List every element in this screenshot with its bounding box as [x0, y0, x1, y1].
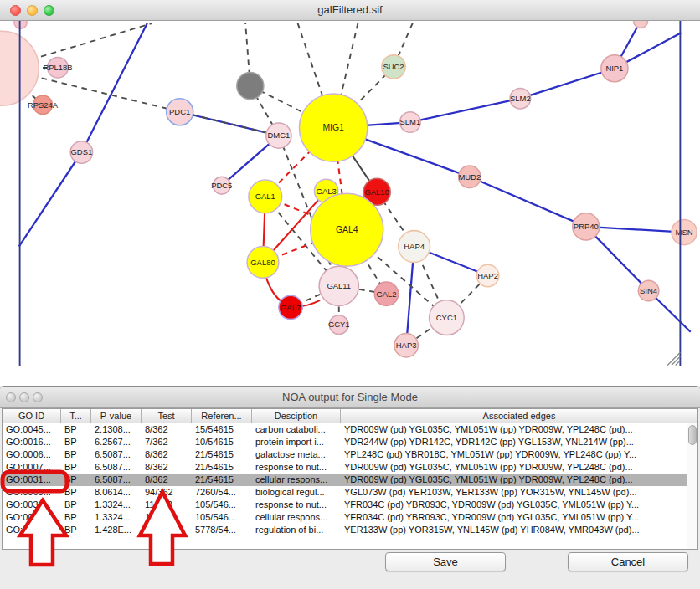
node-gcy1[interactable]	[329, 315, 348, 335]
node-hap2[interactable]	[476, 264, 498, 286]
cell: cellular respons...	[252, 474, 341, 486]
resize-grip[interactable]	[672, 356, 680, 365]
top-window-title: galFiltered.sif	[0, 3, 700, 16]
column-header-referen-[interactable]: Referen...	[192, 409, 252, 423]
cell: 15/54615	[192, 423, 252, 436]
node-hap3[interactable]	[394, 334, 418, 357]
bottom-window-titlebar[interactable]: NOA output for Single Mode	[0, 387, 700, 408]
column-header-t-[interactable]: T...	[61, 409, 91, 423]
table-row[interactable]: GO:0031...BP6.5087...8/36221/54615cellul…	[3, 474, 687, 486]
table-row[interactable]: GO:0045...BP2.1308...8/36215/54615carbon…	[3, 423, 687, 436]
cell: YPL248C (pd) YBR018C, YML051W (pp) YDR00…	[341, 448, 687, 461]
table-header-row: GO IDT...P-valueTestReferen...Desciption…	[3, 409, 697, 423]
node-suc2[interactable]	[382, 55, 405, 79]
cell: BP	[61, 499, 91, 511]
table-row[interactable]: GO:0031...BP1.3324...11/362105/546...cel…	[3, 511, 687, 524]
cell: 8.0614...	[91, 486, 142, 499]
cell: 6.2567...	[91, 436, 142, 448]
cell: 6.5087...	[91, 461, 142, 474]
cell: BP	[61, 486, 91, 499]
node-sin4[interactable]	[638, 280, 659, 301]
node-pdc5[interactable]	[213, 177, 230, 194]
cell: GO:0031...	[3, 499, 61, 511]
vertical-scrollbar[interactable]	[687, 423, 697, 549]
table-row[interactable]: GO:0016...BP6.2567...7/36210/54615protei…	[3, 436, 687, 448]
scrollbar-thumb[interactable]	[688, 425, 697, 445]
cell: BP	[61, 436, 91, 448]
cell: 1.3324...	[91, 511, 142, 524]
results-table: GO IDT...P-valueTestReferen...Desciption…	[2, 408, 698, 550]
cell: 105/546...	[192, 511, 252, 524]
node-tr[interactable]	[634, 21, 648, 28]
table-row[interactable]: GO:0031...BP1.3324...11/362105/546...res…	[3, 499, 687, 511]
cell: 21/54615	[192, 448, 252, 461]
cell: response to nut...	[252, 461, 341, 474]
cell: 8/362	[142, 448, 192, 461]
edge-blue	[410, 99, 520, 122]
network-canvas[interactable]: RPL18BRPS24AGDS1PDC1PDC5DMC1MIG1SUC2SLM1…	[0, 21, 700, 386]
cell: protein import i...	[252, 436, 341, 448]
cell: response to nut...	[252, 499, 341, 511]
node-cyc1[interactable]	[430, 300, 465, 335]
column-header-go-id[interactable]: GO ID	[3, 409, 61, 423]
node-rps24a[interactable]	[33, 95, 53, 115]
node-mig1[interactable]	[299, 94, 367, 161]
cell: GO:0006...	[3, 448, 61, 461]
cell: 10/54615	[192, 436, 252, 448]
node-pdc1[interactable]	[167, 99, 193, 125]
cell: BP	[61, 474, 91, 486]
node-dmc1[interactable]	[266, 123, 291, 148]
screen: galFiltered.sif RPL18BRPS24AGDS1PDC1PDC5…	[0, 0, 700, 589]
cell: GO:0031...	[3, 511, 61, 524]
cell: YDR009W (pd) YGL035C, YML051W (pp) YDR00…	[341, 461, 687, 474]
cell: 11/362	[142, 499, 192, 511]
node-gal4[interactable]	[311, 193, 383, 266]
cell: YDR009W (pd) YGL035C, YML051W (pp) YDR00…	[341, 474, 687, 486]
node-slm2[interactable]	[510, 88, 531, 109]
node-gray[interactable]	[237, 72, 264, 99]
window-galfiltered: galFiltered.sif RPL18BRPS24AGDS1PDC1PDC5…	[0, 0, 700, 386]
window-noa-output: NOA output for Single Mode GO IDT...P-va…	[0, 386, 700, 589]
cell: 2.1308...	[91, 423, 142, 436]
node-msn[interactable]	[672, 219, 697, 244]
cell: 11/362	[142, 511, 192, 524]
node-gal2[interactable]	[374, 282, 398, 305]
table-row[interactable]: GO:0065...BP8.0614...94/3627260/54...bio…	[3, 486, 687, 499]
edge-blue	[520, 69, 615, 99]
column-header-p-value[interactable]: P-value	[91, 409, 142, 423]
cell: 6.5087...	[91, 474, 142, 486]
node-gds1[interactable]	[70, 141, 92, 163]
node-hap4[interactable]	[399, 231, 430, 263]
cell: BP	[61, 461, 91, 474]
node-nip1[interactable]	[601, 55, 628, 82]
node-gal7[interactable]	[279, 295, 302, 319]
edge-blue	[470, 177, 586, 227]
column-header-associated-edges[interactable]: Associated edges	[341, 409, 697, 423]
table-row[interactable]: GO:0050...BP1.428E...80/3625778/54...reg…	[3, 524, 687, 536]
cell: BP	[61, 524, 91, 536]
top-window-titlebar[interactable]: galFiltered.sif	[0, 0, 700, 21]
table-row[interactable]: GO:0007...BP6.5087...8/36221/54615respon…	[3, 461, 687, 474]
cell: YFR034C (pd) YBR093C, YDR009W (pd) YGL03…	[341, 511, 687, 524]
cell: YDR244W (pp) YDR142C, YDR142C (pp) YGL15…	[341, 436, 687, 448]
cell: BP	[61, 423, 91, 436]
column-header-test[interactable]: Test	[142, 409, 192, 423]
node-prp40[interactable]	[573, 213, 600, 240]
table-row[interactable]: GO:0006...BP6.5087...8/36221/54615galact…	[3, 448, 687, 461]
button-bar: Save Cancel	[0, 550, 700, 589]
node-rpl18b[interactable]	[48, 58, 69, 79]
cell: 1.3324...	[91, 499, 142, 511]
cancel-button[interactable]: Cancel	[568, 552, 688, 571]
save-button[interactable]: Save	[385, 552, 506, 571]
cell: YFR034C (pd) YBR093C, YDR009W (pd) YGL03…	[341, 499, 687, 511]
cell: biological regul...	[252, 486, 341, 499]
node-gal1[interactable]	[249, 180, 282, 213]
edge-blue	[81, 23, 147, 152]
cell: 1.428E...	[91, 524, 142, 536]
column-header-desciption[interactable]: Desciption	[252, 409, 341, 423]
node-mud2[interactable]	[459, 166, 481, 187]
node-gal11[interactable]	[319, 266, 358, 305]
node-slm1[interactable]	[400, 112, 421, 133]
cell: YGL073W (pd) YER103W, YER133W (pp) YOR31…	[341, 486, 687, 499]
node-gal80[interactable]	[247, 247, 279, 279]
